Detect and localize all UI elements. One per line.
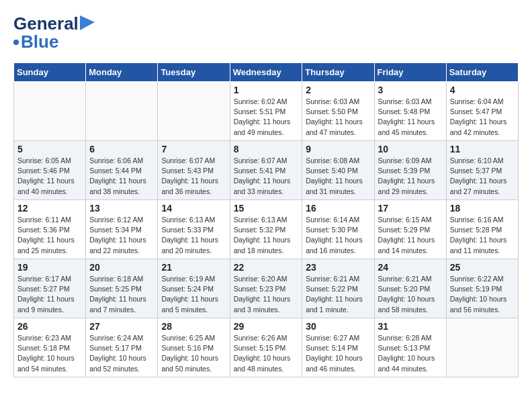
calendar-cell: 27Sunrise: 6:24 AM Sunset: 5:17 PM Dayli…	[86, 318, 158, 377]
day-info: Sunrise: 6:03 AM Sunset: 5:50 PM Dayligh…	[306, 97, 370, 138]
calendar-cell: 22Sunrise: 6:20 AM Sunset: 5:23 PM Dayli…	[230, 259, 302, 318]
calendar-week-row: 5Sunrise: 6:05 AM Sunset: 5:46 PM Daylig…	[14, 141, 519, 200]
day-number: 1	[234, 85, 299, 95]
calendar-cell: 29Sunrise: 6:26 AM Sunset: 5:15 PM Dayli…	[230, 318, 302, 377]
day-number: 24	[378, 262, 443, 273]
day-info: Sunrise: 6:26 AM Sunset: 5:15 PM Dayligh…	[234, 333, 299, 374]
calendar-cell: 12Sunrise: 6:11 AM Sunset: 5:36 PM Dayli…	[14, 200, 86, 259]
calendar-cell: 15Sunrise: 6:13 AM Sunset: 5:32 PM Dayli…	[230, 200, 302, 259]
weekday-header-sunday: Sunday	[14, 63, 86, 82]
day-number: 25	[450, 262, 515, 273]
calendar-cell: 30Sunrise: 6:27 AM Sunset: 5:14 PM Dayli…	[302, 318, 374, 377]
day-number: 30	[306, 321, 370, 332]
calendar-cell: 9Sunrise: 6:08 AM Sunset: 5:40 PM Daylig…	[302, 141, 374, 200]
weekday-header-thursday: Thursday	[302, 63, 374, 82]
day-info: Sunrise: 6:22 AM Sunset: 5:19 PM Dayligh…	[450, 274, 515, 315]
calendar-week-row: 1Sunrise: 6:02 AM Sunset: 5:51 PM Daylig…	[14, 82, 519, 141]
weekday-header-wednesday: Wednesday	[230, 63, 302, 82]
day-info: Sunrise: 6:05 AM Sunset: 5:46 PM Dayligh…	[17, 156, 82, 197]
day-number: 29	[234, 321, 299, 332]
day-number: 12	[17, 203, 82, 214]
logo-blue: Blue	[21, 32, 58, 52]
day-number: 28	[161, 321, 226, 332]
day-number: 18	[450, 203, 515, 214]
day-info: Sunrise: 6:13 AM Sunset: 5:33 PM Dayligh…	[161, 215, 226, 256]
calendar-cell: 28Sunrise: 6:25 AM Sunset: 5:16 PM Dayli…	[158, 318, 230, 377]
day-number: 2	[306, 85, 370, 95]
day-info: Sunrise: 6:06 AM Sunset: 5:44 PM Dayligh…	[89, 156, 154, 197]
calendar-week-row: 12Sunrise: 6:11 AM Sunset: 5:36 PM Dayli…	[14, 200, 519, 259]
day-number: 8	[234, 144, 299, 154]
day-number: 11	[450, 144, 515, 154]
calendar-cell: 10Sunrise: 6:09 AM Sunset: 5:39 PM Dayli…	[374, 141, 446, 200]
day-number: 19	[17, 262, 82, 273]
day-info: Sunrise: 6:07 AM Sunset: 5:43 PM Dayligh…	[161, 156, 226, 197]
calendar-cell: 8Sunrise: 6:07 AM Sunset: 5:41 PM Daylig…	[230, 141, 302, 200]
day-number: 10	[378, 144, 443, 154]
calendar-week-row: 26Sunrise: 6:23 AM Sunset: 5:18 PM Dayli…	[14, 318, 519, 377]
day-number: 9	[306, 144, 370, 154]
calendar-cell: 7Sunrise: 6:07 AM Sunset: 5:43 PM Daylig…	[158, 141, 230, 200]
day-number: 3	[378, 85, 443, 95]
day-info: Sunrise: 6:19 AM Sunset: 5:24 PM Dayligh…	[161, 274, 226, 315]
day-number: 23	[306, 262, 370, 273]
day-number: 16	[306, 203, 370, 214]
calendar-cell	[14, 82, 86, 141]
calendar-week-row: 19Sunrise: 6:17 AM Sunset: 5:27 PM Dayli…	[14, 259, 519, 318]
weekday-header-saturday: Saturday	[446, 63, 518, 82]
day-info: Sunrise: 6:14 AM Sunset: 5:30 PM Dayligh…	[306, 215, 370, 256]
day-info: Sunrise: 6:10 AM Sunset: 5:37 PM Dayligh…	[450, 156, 515, 197]
day-info: Sunrise: 6:25 AM Sunset: 5:16 PM Dayligh…	[161, 333, 226, 374]
weekday-header-row: SundayMondayTuesdayWednesdayThursdayFrid…	[14, 63, 519, 82]
weekday-header-monday: Monday	[86, 63, 158, 82]
calendar-cell: 21Sunrise: 6:19 AM Sunset: 5:24 PM Dayli…	[158, 259, 230, 318]
day-info: Sunrise: 6:27 AM Sunset: 5:14 PM Dayligh…	[306, 333, 370, 374]
calendar-cell: 23Sunrise: 6:21 AM Sunset: 5:22 PM Dayli…	[302, 259, 374, 318]
day-info: Sunrise: 6:12 AM Sunset: 5:34 PM Dayligh…	[89, 215, 154, 256]
calendar-cell: 25Sunrise: 6:22 AM Sunset: 5:19 PM Dayli…	[446, 259, 518, 318]
day-number: 20	[89, 262, 154, 273]
day-info: Sunrise: 6:11 AM Sunset: 5:36 PM Dayligh…	[17, 215, 82, 256]
day-info: Sunrise: 6:02 AM Sunset: 5:51 PM Dayligh…	[234, 97, 299, 138]
day-number: 5	[17, 144, 82, 154]
day-info: Sunrise: 6:21 AM Sunset: 5:22 PM Dayligh…	[306, 274, 370, 315]
day-info: Sunrise: 6:13 AM Sunset: 5:32 PM Dayligh…	[234, 215, 299, 256]
day-info: Sunrise: 6:16 AM Sunset: 5:28 PM Dayligh…	[450, 215, 515, 256]
day-number: 21	[161, 262, 226, 273]
weekday-header-friday: Friday	[374, 63, 446, 82]
day-number: 17	[378, 203, 443, 214]
day-info: Sunrise: 6:08 AM Sunset: 5:40 PM Dayligh…	[306, 156, 370, 197]
logo: General Blue	[13, 13, 95, 52]
calendar-cell	[446, 318, 518, 377]
calendar-cell: 19Sunrise: 6:17 AM Sunset: 5:27 PM Dayli…	[14, 259, 86, 318]
day-info: Sunrise: 6:15 AM Sunset: 5:29 PM Dayligh…	[378, 215, 443, 256]
day-number: 7	[161, 144, 226, 154]
calendar-cell	[158, 82, 230, 141]
page-header: General Blue	[13, 13, 519, 52]
day-number: 15	[234, 203, 299, 214]
calendar-cell: 5Sunrise: 6:05 AM Sunset: 5:46 PM Daylig…	[14, 141, 86, 200]
calendar-cell: 2Sunrise: 6:03 AM Sunset: 5:50 PM Daylig…	[302, 82, 374, 141]
calendar-cell: 16Sunrise: 6:14 AM Sunset: 5:30 PM Dayli…	[302, 200, 374, 259]
calendar-cell: 26Sunrise: 6:23 AM Sunset: 5:18 PM Dayli…	[14, 318, 86, 377]
calendar-cell: 13Sunrise: 6:12 AM Sunset: 5:34 PM Dayli…	[86, 200, 158, 259]
calendar-cell	[86, 82, 158, 141]
calendar-cell: 18Sunrise: 6:16 AM Sunset: 5:28 PM Dayli…	[446, 200, 518, 259]
calendar-cell: 14Sunrise: 6:13 AM Sunset: 5:33 PM Dayli…	[158, 200, 230, 259]
day-number: 14	[161, 203, 226, 214]
calendar-cell: 1Sunrise: 6:02 AM Sunset: 5:51 PM Daylig…	[230, 82, 302, 141]
day-info: Sunrise: 6:24 AM Sunset: 5:17 PM Dayligh…	[89, 333, 154, 374]
day-info: Sunrise: 6:17 AM Sunset: 5:27 PM Dayligh…	[17, 274, 82, 315]
calendar-cell: 11Sunrise: 6:10 AM Sunset: 5:37 PM Dayli…	[446, 141, 518, 200]
svg-marker-0	[80, 15, 95, 30]
calendar-cell: 31Sunrise: 6:28 AM Sunset: 5:13 PM Dayli…	[374, 318, 446, 377]
day-info: Sunrise: 6:07 AM Sunset: 5:41 PM Dayligh…	[234, 156, 299, 197]
day-number: 26	[17, 321, 82, 332]
day-info: Sunrise: 6:04 AM Sunset: 5:47 PM Dayligh…	[450, 97, 515, 138]
day-info: Sunrise: 6:21 AM Sunset: 5:20 PM Dayligh…	[378, 274, 443, 315]
day-number: 31	[378, 321, 443, 332]
calendar-cell: 24Sunrise: 6:21 AM Sunset: 5:20 PM Dayli…	[374, 259, 446, 318]
day-number: 27	[89, 321, 154, 332]
calendar-cell: 20Sunrise: 6:18 AM Sunset: 5:25 PM Dayli…	[86, 259, 158, 318]
logo-arrow-icon	[80, 15, 95, 30]
